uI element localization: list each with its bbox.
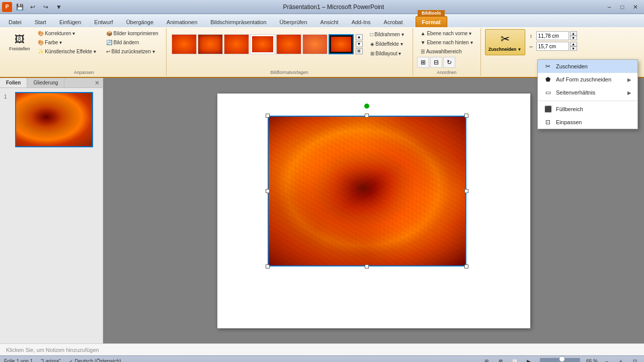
normal-view-btn[interactable]: ⊞ <box>481 357 492 363</box>
preset-scroll-up[interactable]: ▲ <box>356 34 363 40</box>
seitenverhaeltnis-arrow: ▶ <box>627 90 631 96</box>
ebene-hinten-btn[interactable]: ▼ Ebene nach hinten ▾ <box>417 38 476 47</box>
dropdown-item-zuschneiden[interactable]: ✂ Zuschneiden <box>538 60 637 73</box>
dropdown-item-einpassen[interactable]: ⊡ Einpassen <box>538 116 637 129</box>
tab-einfuegen[interactable]: Einfügen <box>53 16 88 27</box>
group-btn[interactable]: ⊟ <box>430 57 442 68</box>
handle-top-left[interactable] <box>266 114 270 118</box>
bildeffekte-btn[interactable]: ◈ Bildeffekte ▾ <box>367 40 408 48</box>
preset-more-btn[interactable]: ⊞ <box>356 48 363 54</box>
author-info: "Larissa" <box>41 358 60 362</box>
fit-slide-btn[interactable]: ⊡ <box>630 357 640 363</box>
slide-sorter-btn[interactable]: ⊠ <box>496 357 506 363</box>
preset-4[interactable] <box>250 34 275 54</box>
zoom-in-btn[interactable]: + <box>616 357 626 363</box>
dropdown-item-auf-form[interactable]: ⬟ Auf Form zuschneiden ▶ <box>538 73 637 86</box>
notes-bar[interactable]: Klicken Sie, um Notizen hinzuzufügen <box>0 343 644 355</box>
handle-bottom-middle[interactable] <box>365 264 369 268</box>
tab-datei[interactable]: Datei <box>2 16 28 27</box>
seitenverhaeltnis-label: Seitenverhältnis <box>556 89 595 96</box>
align-btn[interactable]: ⊞ <box>417 57 429 68</box>
tab-gliederung[interactable]: Gliederung <box>27 78 64 87</box>
slides-panel-close-btn[interactable]: ✕ <box>92 78 103 87</box>
selection-border <box>268 116 466 266</box>
height-spinner[interactable]: ▲ ▼ <box>570 31 577 40</box>
slideshow-btn[interactable]: ▶ <box>524 357 534 363</box>
checkmark-icon: ✓ <box>69 358 73 362</box>
handle-top-middle[interactable] <box>365 114 369 118</box>
zuschneiden-btn[interactable]: ✂ Zuschneiden ▼ <box>485 29 525 55</box>
handle-top-right[interactable] <box>464 114 468 118</box>
undo-qat-btn[interactable]: ↩ <box>27 2 38 12</box>
rotation-handle[interactable] <box>364 104 369 109</box>
preset-5[interactable] <box>276 34 301 54</box>
handle-bottom-left[interactable] <box>266 264 270 268</box>
handle-middle-right[interactable] <box>464 189 468 193</box>
width-spinner[interactable]: ▲ ▼ <box>570 42 577 51</box>
tab-uebergaenge[interactable]: Übergänge <box>120 16 160 27</box>
bildlayout-btn[interactable]: ⊞ Bildlayout ▾ <box>367 49 408 58</box>
dropdown-item-seitenverhaeltnis[interactable]: ▭ Seitenverhältnis ▶ <box>538 86 637 99</box>
slide-canvas <box>217 94 530 328</box>
kuenstlerische-btn[interactable]: ✨ Künstlerische Effekte ▾ <box>34 47 100 56</box>
bild-aendern-btn[interactable]: 🔄 Bild ändern <box>103 38 162 47</box>
crop-dropdown-menu: ✂ Zuschneiden ⬟ Auf Form zuschneiden ▶ ▭… <box>537 59 638 129</box>
bild-zuruecksetzen-btn[interactable]: ↩ Bild zurücksetzen ▾ <box>103 47 162 56</box>
farbe-btn[interactable]: 🎨 Farbe ▾ <box>34 38 100 47</box>
height-down[interactable]: ▼ <box>570 36 577 40</box>
zoom-level: 66 % <box>586 358 598 362</box>
tab-format[interactable]: Format <box>416 16 447 27</box>
app-icon: P <box>2 2 12 12</box>
preset-7[interactable] <box>329 34 354 54</box>
handle-bottom-right[interactable] <box>464 264 468 268</box>
tab-bildschirm[interactable]: Bildschirmpräsentation <box>204 16 273 27</box>
reading-view-btn[interactable]: 📖 <box>510 357 520 363</box>
preset-scroll-down[interactable]: ▼ <box>356 41 363 47</box>
height-input[interactable] <box>536 31 569 40</box>
preset-3[interactable] <box>224 34 249 54</box>
tab-ueberpruefe[interactable]: Überprüfen <box>273 16 314 27</box>
dropdown-item-fuellbereich[interactable]: ⬛ Füllbereich <box>538 103 637 116</box>
qat-more-btn[interactable]: ▼ <box>53 2 64 12</box>
width-down[interactable]: ▼ <box>570 46 577 51</box>
tab-animationen[interactable]: Animationen <box>160 16 204 27</box>
seitenverhaeltnis-left: ▭ Seitenverhältnis <box>544 88 595 97</box>
tab-entwurf[interactable]: Entwurf <box>88 16 119 27</box>
zoom-slider[interactable] <box>540 358 580 363</box>
bildrahmen-btn[interactable]: □ Bildrahmen ▾ <box>367 30 408 39</box>
tab-folien[interactable]: Folien <box>0 78 27 87</box>
maximize-btn[interactable]: □ <box>616 2 629 12</box>
auswahlbereich-btn[interactable]: ☰ Auswahlbereich <box>417 47 476 56</box>
flower-image-selected[interactable] <box>268 116 466 266</box>
slide-thumb-1[interactable] <box>15 92 93 147</box>
slides-list: 1 <box>0 88 103 155</box>
preset-6[interactable] <box>302 34 328 54</box>
rotate-btn[interactable]: ↻ <box>443 57 455 68</box>
close-btn[interactable]: ✕ <box>629 2 642 12</box>
zoom-thumb[interactable] <box>559 356 565 362</box>
tab-acrobat[interactable]: Acrobat <box>377 16 410 27</box>
freistellen-btn[interactable]: 🖼 Freistellen <box>6 32 33 53</box>
titlebar-left: P 💾 ↩ ↪ ▼ <box>2 2 64 12</box>
height-up[interactable]: ▲ <box>570 31 577 36</box>
tab-ansicht[interactable]: Ansicht <box>314 16 345 27</box>
preset-2[interactable] <box>198 34 223 54</box>
anordnen-label: Anordnen <box>417 68 476 75</box>
ebene-vorne-btn[interactable]: ▲ Ebene nach vorne ▾ <box>417 29 476 38</box>
bilder-komprimieren-btn[interactable]: 📦 Bilder komprimieren <box>103 29 162 38</box>
preset-1[interactable] <box>172 34 197 54</box>
tab-start[interactable]: Start <box>28 16 53 27</box>
anpassen-label: Anpassen <box>6 68 162 75</box>
slide-item-1[interactable]: 1 <box>4 92 99 147</box>
freistellen-label: Freistellen <box>9 46 30 51</box>
minimize-btn[interactable]: – <box>603 2 616 12</box>
redo-qat-btn[interactable]: ↪ <box>40 2 51 12</box>
save-qat-btn[interactable]: 💾 <box>14 2 25 12</box>
korrekturen-btn[interactable]: 🎨 Korrekturen ▾ <box>34 29 100 38</box>
tab-addins[interactable]: Add-Ins <box>345 16 377 27</box>
zoom-out-btn[interactable]: – <box>602 357 612 363</box>
handle-middle-left[interactable] <box>266 189 270 193</box>
width-input[interactable] <box>536 42 569 51</box>
width-up[interactable]: ▲ <box>570 42 577 46</box>
bildformatvorlagen-label: Bildformatvorlagen <box>171 68 409 75</box>
